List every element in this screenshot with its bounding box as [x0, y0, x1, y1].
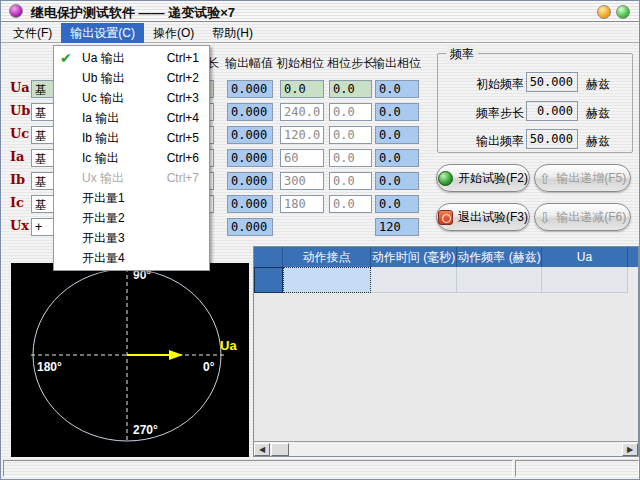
- menu-file[interactable]: 文件(F): [4, 23, 61, 43]
- menu-bar: 文件(F) 输出设置(C) 操作(O) 帮助(H): [1, 23, 639, 43]
- close-orb-button[interactable]: [616, 5, 630, 19]
- ua-phase-step-field[interactable]: 0.0: [329, 80, 372, 98]
- stop-icon: [438, 210, 453, 225]
- col-header-out-amplitude: 输出幅值: [223, 55, 275, 69]
- results-row-1: [254, 267, 638, 293]
- init-frequency-field[interactable]: 50.000: [526, 72, 578, 92]
- start-orb-icon: [438, 171, 453, 186]
- ic-out-phase-field[interactable]: 0.0: [375, 195, 419, 213]
- menu-item-ua-output[interactable]: ✔ Ua 输出 Ctrl+1: [54, 48, 209, 68]
- channel-label-ub: Ub: [10, 103, 32, 121]
- menu-item-ib-output[interactable]: Ib 输出 Ctrl+5: [54, 128, 209, 148]
- channel-label-ia: Ia: [10, 149, 32, 167]
- output-frequency-field[interactable]: 50.000: [526, 129, 578, 149]
- menu-item-output-3[interactable]: 开出量3: [54, 228, 209, 248]
- uc-init-phase-field[interactable]: 120.0: [280, 126, 324, 144]
- ic-init-phase-field[interactable]: 180: [280, 195, 324, 213]
- col-header-out-phase: 输出相位: [373, 55, 421, 69]
- uc-phase-step-field[interactable]: 0.0: [329, 126, 372, 144]
- scroll-left-button[interactable]: ◀: [254, 443, 270, 456]
- frequency-groupbox: 频率 初始频率 50.000 赫兹 频率步长 0.000 赫兹 输出频率 50.…: [437, 53, 633, 153]
- menu-item-ic-output[interactable]: Ic 输出 Ctrl+6: [54, 148, 209, 168]
- row-header-cell[interactable]: [254, 267, 283, 293]
- cell-action-time[interactable]: [371, 267, 457, 293]
- menu-operation[interactable]: 操作(O): [144, 23, 203, 43]
- menu-item-output-2[interactable]: 开出量2: [54, 208, 209, 228]
- output-settings-menu: ✔ Ua 输出 Ctrl+1 Ub 输出 Ctrl+2 Uc 输出 Ctrl+3…: [53, 45, 210, 271]
- frequency-step-unit: 赫兹: [586, 105, 610, 122]
- menu-item-ia-output[interactable]: Ia 输出 Ctrl+4: [54, 108, 209, 128]
- ib-out-phase-field[interactable]: 0.0: [375, 172, 419, 190]
- frequency-group-title: 频率: [446, 46, 478, 63]
- frequency-step-field[interactable]: 0.000: [526, 101, 578, 121]
- horizontal-scrollbar[interactable]: ◀ ▶: [254, 441, 638, 456]
- header-action-contact: 动作接点: [283, 247, 371, 267]
- menu-item-output-4[interactable]: 开出量4: [54, 248, 209, 268]
- app-window: 继电保护测试软件 —— 递变试验×7 文件(F) 输出设置(C) 操作(O) 帮…: [0, 0, 640, 480]
- cell-ua[interactable]: [542, 267, 628, 293]
- ua-amplitude-field[interactable]: 0.000: [227, 80, 273, 98]
- channel-label-ux: Ux: [10, 218, 32, 236]
- uc-out-phase-field[interactable]: 0.0: [375, 126, 419, 144]
- header-ua: Ua: [542, 247, 628, 267]
- header-filler: [628, 247, 638, 267]
- ib-amplitude-field[interactable]: 0.000: [227, 172, 273, 190]
- frequency-step-label: 频率步长: [448, 105, 524, 122]
- scrollbar-thumb[interactable]: [271, 443, 289, 456]
- ub-phase-step-field[interactable]: 0.0: [329, 103, 372, 121]
- ia-init-phase-field[interactable]: 60: [280, 149, 324, 167]
- angle-label-0: 0°: [203, 360, 215, 374]
- ub-out-phase-field[interactable]: 0.0: [375, 103, 419, 121]
- ua-out-phase-field[interactable]: 0.0: [375, 80, 419, 98]
- ux-amplitude-field[interactable]: 0.000: [227, 218, 273, 236]
- corner-header-cell: [254, 247, 283, 267]
- menu-item-output-1[interactable]: 开出量1: [54, 188, 209, 208]
- menu-item-uc-output[interactable]: Uc 输出 Ctrl+3: [54, 88, 209, 108]
- menu-output-settings[interactable]: 输出设置(C): [61, 23, 144, 43]
- menu-help[interactable]: 帮助(H): [203, 23, 262, 43]
- init-frequency-label: 初始频率: [448, 76, 524, 93]
- ua-init-phase-field[interactable]: 0.0: [280, 80, 324, 98]
- scroll-right-button[interactable]: ▶: [622, 443, 638, 456]
- start-test-button[interactable]: 开始试验(F2): [436, 164, 530, 192]
- down-arrow-icon: ⇩: [539, 210, 552, 225]
- menu-item-ux-output[interactable]: Ux 输出 Ctrl+7: [54, 168, 209, 188]
- results-table-header: 动作接点 动作时间 (毫秒) 动作频率 (赫兹) Ua: [254, 247, 638, 267]
- ia-phase-step-field[interactable]: 0.0: [329, 149, 372, 167]
- ia-out-phase-field[interactable]: 0.0: [375, 149, 419, 167]
- col-header-phase-step: 相位步长: [327, 55, 374, 69]
- output-frequency-unit: 赫兹: [586, 133, 610, 150]
- exit-test-button[interactable]: 退出试验(F3): [436, 203, 530, 231]
- minimize-orb-button[interactable]: [597, 5, 611, 19]
- titlebar: 继电保护测试软件 —— 递变试验×7: [1, 1, 639, 22]
- cell-action-frequency[interactable]: [457, 267, 542, 293]
- ib-init-phase-field[interactable]: 300: [280, 172, 324, 190]
- ub-init-phase-field[interactable]: 240.0: [280, 103, 324, 121]
- app-icon: [9, 4, 23, 18]
- ia-amplitude-field[interactable]: 0.000: [227, 149, 273, 167]
- ub-amplitude-field[interactable]: 0.000: [227, 103, 273, 121]
- results-table: 动作接点 动作时间 (毫秒) 动作频率 (赫兹) Ua ◀ ▶: [253, 246, 639, 457]
- ib-phase-step-field[interactable]: 0.0: [329, 172, 372, 190]
- uc-amplitude-field[interactable]: 0.000: [227, 126, 273, 144]
- col-header-init-phase: 初始相位: [275, 55, 325, 69]
- ua-vector-label: Ua: [220, 338, 237, 353]
- init-frequency-unit: 赫兹: [586, 76, 610, 93]
- angle-label-270: 270°: [133, 423, 158, 437]
- statusbar-left-panel: [3, 460, 513, 477]
- ux-out-phase-field[interactable]: 120: [375, 218, 419, 236]
- channel-label-ic: Ic: [10, 195, 32, 213]
- channel-label-ua: Ua: [10, 80, 32, 98]
- output-decrease-button[interactable]: ⇩ 输出递减(F6): [534, 203, 631, 231]
- menu-item-ub-output[interactable]: Ub 输出 Ctrl+2: [54, 68, 209, 88]
- header-action-frequency: 动作频率 (赫兹): [457, 247, 542, 267]
- ic-amplitude-field[interactable]: 0.000: [227, 195, 273, 213]
- window-title: 继电保护测试软件 —— 递变试验×7: [31, 4, 235, 22]
- selected-cell[interactable]: [283, 267, 371, 293]
- header-action-time: 动作时间 (毫秒): [371, 247, 457, 267]
- phasor-diagram: 90° 180° 0° 270° Ua: [11, 263, 249, 457]
- output-increase-button[interactable]: ⇧ 输出递增(F5): [534, 164, 631, 192]
- channel-label-uc: Uc: [10, 126, 32, 144]
- check-icon: ✔: [60, 48, 72, 68]
- ic-phase-step-field[interactable]: 0.0: [329, 195, 372, 213]
